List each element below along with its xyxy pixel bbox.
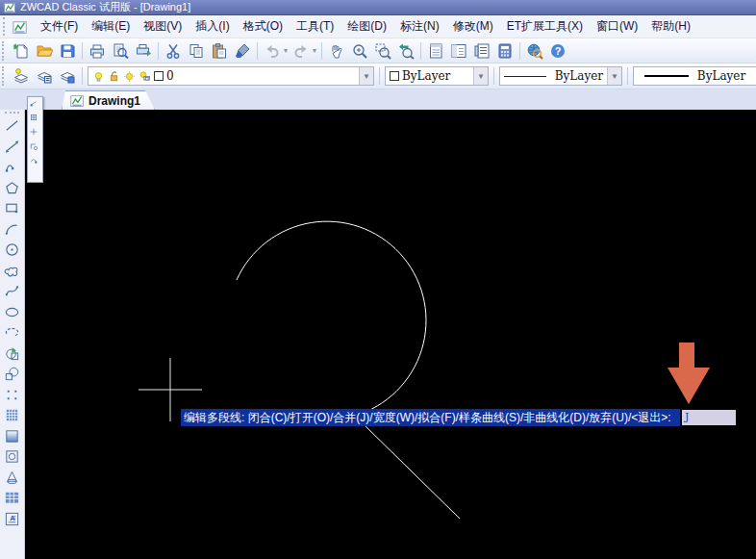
find-button[interactable] xyxy=(523,40,546,62)
undo-button[interactable] xyxy=(261,40,284,62)
layer-dropdown[interactable]: 0 ▼ xyxy=(88,66,374,86)
hatch-button[interactable] xyxy=(2,405,23,426)
current-lineweight: ByLayer xyxy=(697,69,745,83)
redo-button[interactable] xyxy=(290,40,313,62)
calculator-button[interactable] xyxy=(493,40,517,62)
document-menu-icon[interactable] xyxy=(13,20,28,34)
ellipse-button[interactable] xyxy=(2,302,23,323)
arc-button[interactable] xyxy=(2,219,23,241)
zoom-previous-button[interactable] xyxy=(394,40,417,62)
lineweight-sample xyxy=(644,75,689,77)
layer-plot-icon[interactable] xyxy=(139,70,151,83)
open-folder-button[interactable] xyxy=(33,40,56,62)
layer-on-bulb-icon[interactable] xyxy=(92,70,105,83)
make-block-button[interactable] xyxy=(2,364,23,385)
region-button[interactable] xyxy=(2,446,23,468)
layer-unlock-icon[interactable] xyxy=(108,70,120,83)
mini-5-tool-button[interactable] xyxy=(30,157,41,168)
gradient-button[interactable] xyxy=(2,426,23,447)
plot-button[interactable] xyxy=(132,40,155,62)
gradient-icon xyxy=(4,428,20,445)
properties-palette-icon xyxy=(427,42,444,60)
color-dropdown[interactable]: ByLayer ▼ xyxy=(385,66,489,86)
arc-entity xyxy=(237,221,426,414)
mtext-button[interactable]: A xyxy=(2,509,23,530)
menu-item-h[interactable]: 帮助(H) xyxy=(644,15,697,38)
cone-icon xyxy=(4,470,20,486)
menu-item-n[interactable]: 标注(N) xyxy=(393,15,446,38)
zoom-window-button[interactable] xyxy=(371,40,394,62)
menu-item-i[interactable]: 插入(I) xyxy=(189,15,236,38)
document-tab-bar: Drawing1 xyxy=(0,89,756,110)
tool-palettes-button[interactable] xyxy=(470,40,493,62)
mini-4-tool-button[interactable] xyxy=(30,142,41,154)
print-button[interactable] xyxy=(86,40,109,62)
menu-item-o[interactable]: 格式(O) xyxy=(237,15,290,38)
command-input-field[interactable]: J xyxy=(682,410,736,425)
save-icon xyxy=(59,42,76,60)
save-button[interactable] xyxy=(56,40,79,62)
mini-1-tool-button[interactable] xyxy=(30,99,41,111)
layer-thaw-sun-icon[interactable] xyxy=(123,70,136,83)
lineweight-dropdown[interactable]: ByLayer xyxy=(633,66,756,86)
toolbar-grip[interactable] xyxy=(2,66,7,87)
cut-button[interactable] xyxy=(162,40,185,62)
layer-dropdown-arrow-icon[interactable]: ▼ xyxy=(359,67,373,85)
insert-block-button[interactable] xyxy=(2,343,23,365)
menu-item-f[interactable]: 文件(F) xyxy=(34,15,85,38)
menu-item-t[interactable]: 工具(T) xyxy=(290,15,340,38)
layers-icon xyxy=(13,67,30,85)
menu-item-v[interactable]: 视图(V) xyxy=(137,15,189,38)
menu-item-x[interactable]: ET扩展工具(X) xyxy=(500,15,590,38)
rectangle-button[interactable] xyxy=(2,198,23,219)
toolbar-separator xyxy=(257,42,258,60)
mini-3-tool-button[interactable] xyxy=(30,128,41,140)
mini-2-tool-button[interactable] xyxy=(30,114,41,125)
linetype-dropdown-arrow-icon[interactable]: ▼ xyxy=(607,67,621,85)
print-preview-button[interactable] xyxy=(109,40,132,62)
polyline-icon xyxy=(4,159,20,175)
color-dropdown-arrow-icon[interactable]: ▼ xyxy=(473,67,488,85)
point-button[interactable] xyxy=(2,385,23,406)
cone-button[interactable] xyxy=(2,468,23,489)
layer-states-button[interactable] xyxy=(56,65,79,87)
polyline-button[interactable] xyxy=(2,157,23,178)
ellipse-arc-button[interactable] xyxy=(2,322,23,343)
toolbar-separator xyxy=(158,42,159,60)
polygon-button[interactable] xyxy=(2,178,23,199)
copy-button[interactable] xyxy=(185,40,208,62)
circle-button[interactable] xyxy=(2,240,23,261)
toolbar-grip[interactable] xyxy=(5,112,19,114)
menu-item-m[interactable]: 修改(M) xyxy=(446,15,500,38)
toolbar-grip[interactable] xyxy=(3,17,8,35)
ellipse-arc-icon xyxy=(4,324,20,341)
paste-button[interactable] xyxy=(208,40,231,62)
zwcad-window: { "window": { "title": "ZWCAD Classic 试用… xyxy=(0,0,756,559)
zoom-realtime-icon xyxy=(351,42,368,60)
layers-button[interactable] xyxy=(10,65,33,87)
revision-cloud-button[interactable] xyxy=(2,261,23,282)
menu-item-e[interactable]: 编辑(E) xyxy=(85,15,137,38)
drawing-canvas[interactable]: 编辑多段线: 闭合(C)/打开(O)/合并(J)/宽度(W)/拟合(F)/样条曲… xyxy=(25,110,756,559)
new-file-icon xyxy=(13,42,30,60)
menu-item-d[interactable]: 绘图(D) xyxy=(340,15,393,38)
menu-item-w[interactable]: 窗口(W) xyxy=(590,15,644,38)
help-button[interactable]: ? xyxy=(546,40,569,62)
spline-button[interactable] xyxy=(2,281,23,302)
region-icon xyxy=(4,448,20,465)
properties-palette-button[interactable] xyxy=(424,40,447,62)
toolbar-grip[interactable] xyxy=(2,41,7,61)
table-button[interactable] xyxy=(2,488,23,509)
line-button[interactable] xyxy=(2,115,23,137)
new-file-button[interactable] xyxy=(10,40,33,62)
design-center-button[interactable] xyxy=(447,40,470,62)
zoom-realtime-button[interactable] xyxy=(348,40,371,62)
match-properties-button[interactable] xyxy=(231,40,254,62)
construction-line-button[interactable] xyxy=(2,137,23,158)
app-logo-icon xyxy=(4,1,16,13)
linetype-dropdown[interactable]: ByLayer ▼ xyxy=(499,66,622,86)
match-properties-icon xyxy=(234,42,251,60)
pan-button[interactable] xyxy=(325,40,348,62)
tab-drawing1[interactable]: Drawing1 xyxy=(62,90,155,110)
layer-manager-button[interactable] xyxy=(33,65,56,87)
